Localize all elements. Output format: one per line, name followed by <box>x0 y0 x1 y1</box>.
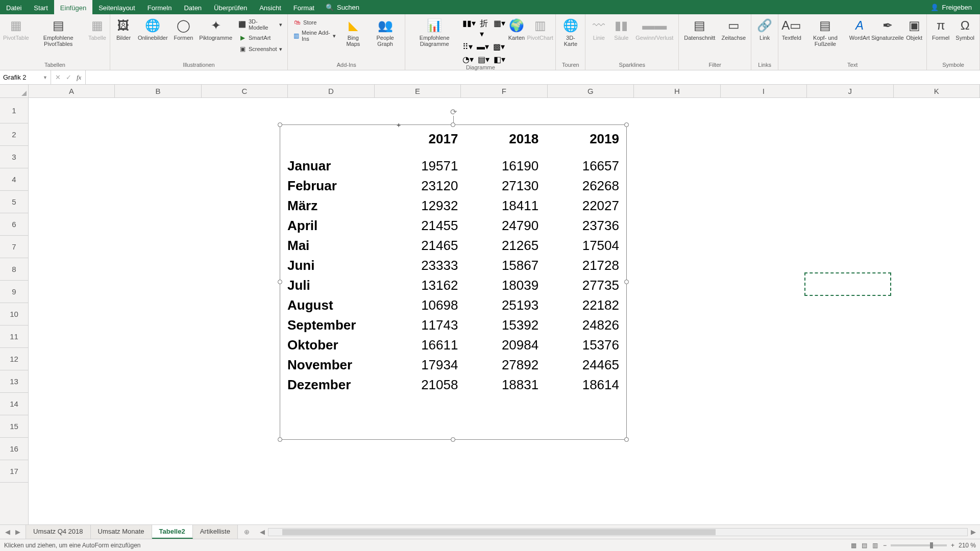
view-layout-icon[interactable]: ▤ <box>862 542 867 549</box>
tab-ansicht[interactable]: Ansicht <box>253 0 287 14</box>
col-head-a[interactable]: A <box>29 85 115 97</box>
btn-textfeld[interactable]: A▭Textfeld <box>781 16 801 42</box>
sheet-nav[interactable]: ◀ ▶ <box>0 525 26 539</box>
btn-formel[interactable]: πFormel <box>930 16 951 42</box>
btn-kopffuss[interactable]: ▤Kopf- und Fußzeile <box>803 16 847 48</box>
btn-meine-addins[interactable]: ▥Meine Add-Ins ▾ <box>291 29 338 43</box>
btn-onlinebilder[interactable]: 🌐Onlinebilder <box>136 16 170 42</box>
zoom-thumb[interactable] <box>930 542 933 548</box>
row-head[interactable]: 11 <box>0 325 28 348</box>
col-head-e[interactable]: E <box>375 85 461 97</box>
scrollbar-thumb[interactable] <box>282 529 716 535</box>
resize-handle[interactable] <box>624 122 629 127</box>
sheet-tab-active[interactable]: Tabelle2 <box>152 525 193 539</box>
col-head-b[interactable]: B <box>115 85 201 97</box>
btn-zeitachse[interactable]: ▭Zeitachse <box>719 16 748 42</box>
formula-input[interactable] <box>86 70 980 84</box>
row-head[interactable]: 1 <box>0 98 28 123</box>
statistic-chart-icon[interactable]: ▩▾ <box>493 42 505 52</box>
scroll-left-icon[interactable]: ◀ <box>260 528 265 536</box>
name-box[interactable]: Grafik 2 ▼ <box>0 70 51 84</box>
resize-handle[interactable] <box>624 280 629 284</box>
tab-start[interactable]: Start <box>28 0 54 14</box>
row-head[interactable]: 16 <box>0 438 28 460</box>
btn-tabelle[interactable]: ▦Tabelle <box>88 16 107 42</box>
sheet-tab[interactable]: Artikelliste <box>193 525 238 539</box>
combo-chart-icon[interactable]: ◧▾ <box>494 55 505 64</box>
btn-symbol[interactable]: ΩSymbol <box>953 16 976 42</box>
btn-3dkarte[interactable]: 🌐3D-Karte <box>559 16 582 48</box>
horizontal-scrollbar[interactable] <box>268 528 968 536</box>
btn-screenshot[interactable]: ▣Screenshot ▾ <box>236 44 284 54</box>
col-head-g[interactable]: G <box>548 85 634 97</box>
hierarchy-chart-icon[interactable]: ▦▾ <box>494 18 505 39</box>
resize-handle[interactable] <box>278 280 282 284</box>
zoom-out-icon[interactable]: − <box>883 542 887 549</box>
col-head-i[interactable]: I <box>721 85 807 97</box>
btn-formen[interactable]: ◯Formen <box>172 16 195 42</box>
row-head[interactable]: 6 <box>0 213 28 236</box>
btn-sparkline-winloss[interactable]: ▬▬Gewinn/Verlust <box>633 16 675 42</box>
sheet-tab[interactable]: Umsatz Q4 2018 <box>26 525 91 539</box>
chevron-left-icon[interactable]: ◀ <box>5 528 10 536</box>
add-sheet-button[interactable]: ⊕ <box>238 525 256 539</box>
resize-handle[interactable] <box>624 437 629 442</box>
col-head-d[interactable]: D <box>288 85 374 97</box>
tab-daten[interactable]: Daten <box>178 0 208 14</box>
row-head[interactable]: 5 <box>0 191 28 213</box>
btn-pivotchart[interactable]: ▥PivotChart <box>528 16 553 42</box>
column-chart-icon[interactable]: ▮▮▾ <box>462 18 476 39</box>
zoom-in-icon[interactable]: + <box>951 542 954 549</box>
sheet-tab[interactable]: Umsatz Monate <box>91 525 152 539</box>
row-head[interactable]: 9 <box>0 281 28 303</box>
btn-link[interactable]: 🔗Link <box>754 16 775 42</box>
tab-ueberpruefen[interactable]: Überprüfen <box>208 0 253 14</box>
resize-handle[interactable] <box>451 437 455 442</box>
btn-datenschnitt[interactable]: ▤Datenschnitt <box>682 16 717 42</box>
cancel-icon[interactable]: ✕ <box>55 73 61 81</box>
btn-3dmodelle[interactable]: ⬛3D-Modelle ▾ <box>236 17 284 32</box>
tab-format[interactable]: Format <box>287 0 321 14</box>
zoom-slider[interactable] <box>891 544 947 546</box>
enter-icon[interactable]: ✓ <box>66 73 71 81</box>
btn-peoplegraph[interactable]: 👥People Graph <box>369 16 402 48</box>
cell-canvas[interactable]: ⟳ + 2017 2018 2019 J <box>29 98 980 524</box>
btn-smartart[interactable]: ▶SmartArt <box>236 33 284 43</box>
tab-seitenlayout[interactable]: Seitenlayout <box>92 0 141 14</box>
view-pagebreak-icon[interactable]: ▥ <box>872 542 878 549</box>
view-normal-icon[interactable]: ▦ <box>851 542 856 549</box>
bar-chart-icon[interactable]: ▬▾ <box>477 42 489 52</box>
btn-empf-pivottables[interactable]: ▤Empfohlene PivotTables <box>31 16 86 48</box>
line-chart-icon[interactable]: 折▾ <box>480 18 489 39</box>
tab-einfuegen[interactable]: Einfügen <box>54 0 92 14</box>
btn-signatur[interactable]: ✒Signaturzeile <box>872 16 903 42</box>
row-head[interactable]: 10 <box>0 303 28 325</box>
col-head-j[interactable]: J <box>807 85 893 97</box>
select-all-button[interactable] <box>0 85 29 97</box>
chevron-right-icon[interactable]: ▶ <box>15 528 20 536</box>
btn-sparkline-linie[interactable]: 〰Linie <box>589 16 609 42</box>
share-button[interactable]: 👤 Freigeben <box>922 0 980 14</box>
tab-formeln[interactable]: Formeln <box>141 0 178 14</box>
row-head[interactable]: 4 <box>0 168 28 191</box>
btn-wordart[interactable]: AWordArt <box>849 16 870 42</box>
btn-piktogramme[interactable]: ✦Piktogramme <box>197 16 234 42</box>
tab-datei[interactable]: Datei <box>0 0 28 14</box>
row-head[interactable]: 15 <box>0 415 28 438</box>
row-head[interactable]: 17 <box>0 460 28 483</box>
graphic-object-grafik-2[interactable]: ⟳ + 2017 2018 2019 J <box>280 124 627 440</box>
btn-store[interactable]: 🛍Store <box>291 17 338 28</box>
pie-chart-icon[interactable]: ◔▾ <box>462 55 474 64</box>
btn-bilder[interactable]: 🖼Bilder <box>113 16 134 42</box>
resize-handle[interactable] <box>278 122 282 127</box>
row-head[interactable]: 2 <box>0 123 28 146</box>
btn-empf-diagramme[interactable]: 📊Empfohlene Diagramme <box>408 16 460 48</box>
btn-karten[interactable]: 🌍Karten <box>507 16 526 42</box>
fx-icon[interactable]: fx <box>77 73 81 82</box>
surface-chart-icon[interactable]: ▤▾ <box>478 55 489 64</box>
btn-pivottable[interactable]: ▦PivotTable <box>3 16 29 42</box>
row-head[interactable]: 14 <box>0 393 28 415</box>
btn-bingmaps[interactable]: ◣Bing Maps <box>340 16 366 48</box>
btn-objekt[interactable]: ▣Objekt <box>905 16 923 42</box>
col-head-k[interactable]: K <box>894 85 980 97</box>
